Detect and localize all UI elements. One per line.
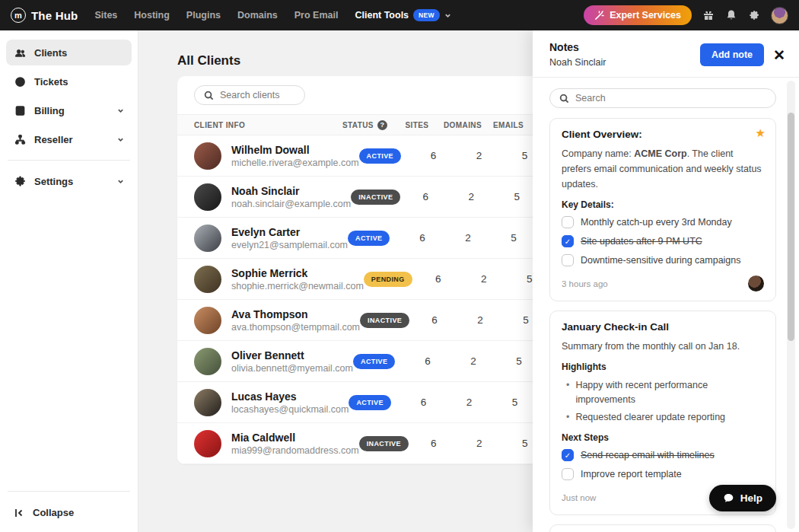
nav-client-tools[interactable]: Client Tools NEW [355, 9, 450, 21]
magic-wand-icon [594, 11, 604, 21]
sidebar-item-clients[interactable]: Clients [6, 40, 132, 65]
client-text: Sophie Merrickshophie.merrick@newmail.co… [231, 267, 364, 291]
notes-title: Notes [549, 41, 606, 53]
gear-icon[interactable] [748, 9, 760, 21]
note-checklist-item[interactable]: ✓Site updates after 9 PM UTC [562, 235, 764, 247]
status-badge: INACTIVE [359, 436, 409, 451]
collapse-button[interactable]: Collapse [6, 499, 132, 521]
checklist-label: Site updates after 9 PM UTC [581, 236, 702, 247]
search-clients-input[interactable] [220, 90, 295, 100]
checklist-label: Improve report template [581, 469, 682, 479]
note-card: Client Overview:★Company name: ACME Corp… [549, 118, 776, 301]
sidebar-item-reseller[interactable]: Reseller [6, 126, 132, 152]
client-text: Oliver Bennettolivia.bennett@myemail.com [231, 349, 353, 374]
status-help-icon[interactable]: ? [377, 120, 387, 130]
client-text: Wilhelm Dowallmichelle.rivera@example.co… [231, 144, 359, 168]
sidebar-item-tickets[interactable]: Tickets [6, 68, 132, 94]
chevron-down-icon [117, 107, 124, 114]
status-badge: INACTIVE [351, 190, 400, 205]
client-info-cell: Mia Caldwellmia999@randomaddress.com [194, 430, 359, 457]
hub-brand[interactable]: m The Hub [11, 8, 78, 23]
client-info-cell: Noah Sinclairnoah.sinclair@example.com [194, 183, 351, 211]
note-checklist-item[interactable]: Improve report template [562, 468, 764, 480]
nav-pro-email[interactable]: Pro Email [294, 10, 339, 21]
collapse-icon [14, 508, 24, 518]
client-name: Lucas Hayes [231, 390, 349, 403]
client-text: Ava Thompsonava.thompson@tempmail.com [231, 308, 360, 333]
note-checklist-item[interactable]: Monthly catch-up every 3rd Monday [562, 216, 764, 228]
top-navbar: m The Hub Sites Hosting Plugins Domains … [0, 0, 799, 30]
checkbox[interactable] [562, 254, 574, 266]
chevron-down-icon [117, 136, 124, 143]
checklist-label: Monthly catch-up every 3rd Monday [581, 217, 732, 228]
status-cell: INACTIVE [360, 312, 412, 328]
notes-list-container: Client Overview:★Company name: ACME Corp… [533, 78, 799, 532]
notes-search [549, 88, 776, 108]
note-section-heading: Key Details: [562, 199, 764, 210]
sidebar-item-label: Billing [34, 105, 65, 116]
checkbox[interactable]: ✓ [562, 449, 574, 461]
bullet-icon: • [566, 378, 569, 408]
sidebar-item-label: Reseller [34, 134, 73, 145]
domains-count: 2 [457, 438, 502, 449]
help-button[interactable]: Help [709, 485, 776, 511]
nav-client-tools-label: Client Tools [355, 10, 409, 21]
client-avatar [194, 348, 221, 375]
sidebar-item-settings[interactable]: Settings [6, 168, 132, 194]
nav-sites[interactable]: Sites [94, 10, 117, 21]
status-cell: INACTIVE [359, 435, 411, 451]
sites-count: 6 [400, 397, 446, 408]
emails-count: 5 [491, 232, 536, 244]
note-checklist-item[interactable]: ✓Send recap email with timelines [562, 449, 764, 461]
status-badge: ACTIVE [359, 148, 401, 164]
chevron-down-icon [444, 12, 451, 19]
client-name: Ava Thompson [231, 308, 360, 320]
nav-domains[interactable]: Domains [237, 10, 278, 21]
nav-hosting[interactable]: Hosting [134, 10, 170, 21]
status-cell: ACTIVE [349, 394, 400, 410]
note-checklist-item[interactable]: Downtime-sensitive during campaigns [562, 254, 764, 266]
notes-scrollbar-track[interactable] [787, 81, 795, 529]
client-email: olivia.bennett@myemail.com [231, 363, 353, 374]
checklist-label: Send recap email with timelines [581, 450, 715, 460]
client-avatar [194, 183, 221, 211]
star-icon[interactable]: ★ [756, 126, 766, 140]
add-note-button[interactable]: Add note [700, 43, 764, 66]
notes-client-name: Noah Sinclair [549, 57, 606, 68]
navbar-right: Expert Services [584, 5, 788, 25]
expert-services-button[interactable]: Expert Services [584, 5, 692, 25]
status-badge: ACTIVE [353, 354, 395, 369]
sites-count: 6 [415, 273, 461, 285]
user-avatar[interactable] [771, 7, 788, 24]
close-icon[interactable]: ✕ [773, 48, 785, 62]
sidebar-divider [8, 160, 130, 161]
bullet-text: Happy with recent performance improvemen… [575, 378, 764, 408]
sites-count: 6 [405, 355, 450, 367]
column-status: Status ? [342, 120, 394, 130]
client-info-cell: Oliver Bennettolivia.bennett@myemail.com [194, 348, 353, 375]
checkbox[interactable] [562, 216, 574, 228]
nav-plugins[interactable]: Plugins [186, 10, 221, 21]
sites-count: 6 [403, 191, 448, 202]
note-title: Client Overview: [562, 129, 764, 140]
note-section-heading: Highlights [562, 362, 764, 372]
client-info-cell: Lucas Hayeslocashayes@quickmail.com [194, 389, 349, 416]
column-status-label: Status [342, 121, 374, 129]
checklist-label: Downtime-sensitive during campaigns [581, 255, 741, 266]
sidebar-item-label: Tickets [34, 76, 68, 88]
note-timestamp: 3 hours ago [562, 279, 608, 288]
checkbox[interactable] [562, 468, 574, 480]
checkbox[interactable]: ✓ [562, 235, 574, 247]
client-name: Evelyn Carter [231, 226, 348, 238]
notes-scrollbar-thumb[interactable] [788, 113, 794, 341]
search-icon [204, 91, 214, 100]
status-badge: INACTIVE [360, 313, 409, 328]
status-badge: ACTIVE [349, 395, 390, 410]
note-author-avatar[interactable] [748, 276, 764, 291]
bell-icon[interactable] [725, 9, 737, 21]
sidebar-item-billing[interactable]: $ Billing [6, 97, 132, 123]
gift-icon[interactable] [702, 9, 715, 21]
client-avatar [194, 266, 221, 293]
notes-search-input[interactable] [575, 93, 766, 104]
status-badge: ACTIVE [348, 231, 390, 246]
